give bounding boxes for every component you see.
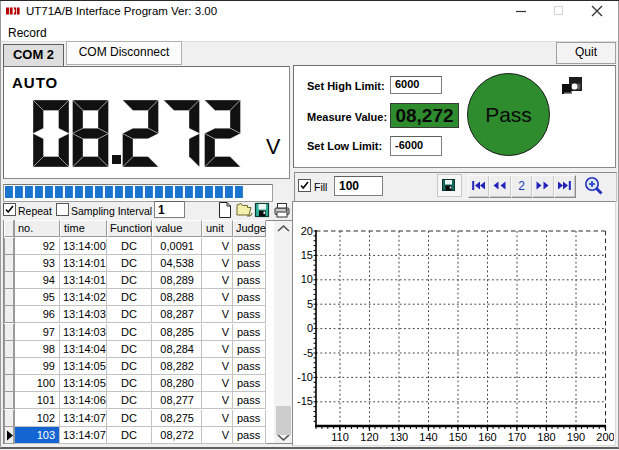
svg-text:110: 110 (331, 431, 349, 443)
svg-text:20: 20 (301, 225, 313, 237)
svg-text:15: 15 (301, 249, 313, 261)
svg-text:0: 0 (307, 322, 313, 334)
svg-text:10: 10 (301, 273, 313, 285)
svg-text:130: 130 (390, 431, 408, 443)
svg-text:-15: -15 (297, 395, 313, 407)
svg-text:140: 140 (419, 431, 437, 443)
svg-text:5: 5 (307, 298, 313, 310)
svg-text:150: 150 (449, 431, 467, 443)
svg-text:160: 160 (478, 431, 496, 443)
svg-text:200: 200 (596, 431, 614, 443)
svg-text:190: 190 (567, 431, 585, 443)
svg-text:120: 120 (360, 431, 378, 443)
svg-text:180: 180 (537, 431, 555, 443)
svg-text:170: 170 (508, 431, 526, 443)
svg-text:-10: -10 (297, 371, 313, 383)
svg-text:-5: -5 (303, 347, 313, 359)
svg-text:2: 2 (518, 179, 525, 193)
